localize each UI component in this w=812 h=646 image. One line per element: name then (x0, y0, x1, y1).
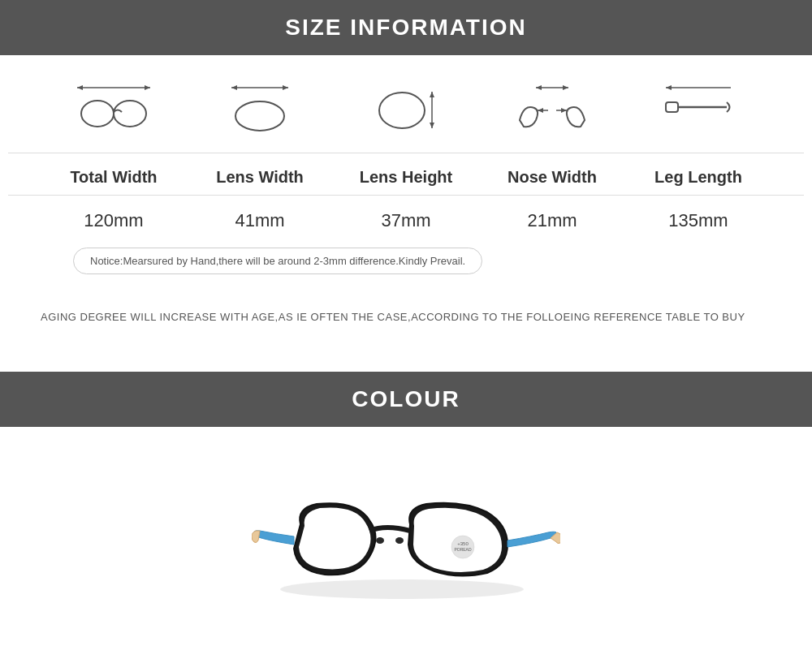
labels-row: Total Width Lens Width Lens Height Nose … (8, 153, 804, 196)
svg-point-13 (379, 93, 425, 128)
lens-width-icon-cell (187, 80, 333, 136)
colour-header: COLOUR (0, 372, 812, 427)
svg-marker-2 (145, 85, 150, 90)
svg-text:+350: +350 (457, 541, 469, 546)
total-width-icon (73, 80, 154, 136)
glasses-image: +350 POREAD (252, 459, 560, 646)
nose-width-value: 21mm (479, 210, 625, 231)
svg-point-30 (280, 579, 524, 599)
leg-length-value: 135mm (625, 210, 771, 231)
svg-point-28 (376, 537, 384, 544)
leg-length-icon (658, 80, 739, 136)
notice-box: Notice:Mearsured by Hand,there will be a… (73, 248, 482, 274)
svg-marker-7 (231, 85, 237, 90)
lens-height-icon-cell (333, 80, 479, 136)
leg-length-label: Leg Length (625, 168, 771, 187)
svg-marker-16 (563, 85, 568, 90)
svg-marker-11 (430, 92, 434, 97)
svg-point-29 (395, 537, 404, 544)
aging-text: AGING DEGREE WILL INCREASE WITH AGE,AS I… (8, 295, 804, 347)
total-width-value: 120mm (41, 210, 187, 231)
lens-width-icon (219, 80, 300, 136)
svg-point-3 (81, 101, 114, 127)
leg-length-icon-cell (625, 80, 771, 136)
svg-marker-1 (77, 85, 83, 90)
nose-width-icon (512, 80, 593, 136)
nose-width-label: Nose Width (479, 168, 625, 187)
svg-point-4 (114, 101, 146, 127)
svg-marker-19 (538, 108, 543, 113)
icons-row (8, 71, 804, 153)
notice-text: Notice:Mearsured by Hand,there will be a… (90, 255, 465, 267)
lens-width-value: 41mm (187, 210, 333, 231)
values-row: 120mm 41mm 37mm 21mm 135mm (8, 196, 804, 239)
size-section: Total Width Lens Width Lens Height Nose … (0, 55, 812, 372)
svg-point-9 (235, 101, 284, 131)
nose-width-icon-cell (479, 80, 625, 136)
lens-height-icon (365, 80, 447, 136)
svg-marker-12 (430, 123, 434, 128)
glasses-svg: +350 POREAD (252, 459, 560, 646)
notice-wrapper: Notice:Mearsured by Hand,there will be a… (8, 239, 804, 295)
total-width-label: Total Width (41, 168, 187, 187)
lens-height-value: 37mm (333, 210, 479, 231)
lens-width-label: Lens Width (187, 168, 333, 187)
svg-marker-8 (283, 85, 288, 90)
total-width-icon-cell (41, 80, 187, 136)
svg-marker-20 (561, 108, 567, 113)
lens-height-label: Lens Height (333, 168, 479, 187)
svg-marker-22 (666, 85, 672, 90)
svg-marker-15 (536, 85, 542, 90)
size-info-header: SIZE INFORMATION (0, 0, 812, 55)
svg-rect-23 (666, 102, 678, 112)
colour-content: +350 POREAD blue (0, 427, 812, 646)
svg-text:POREAD: POREAD (454, 547, 472, 552)
